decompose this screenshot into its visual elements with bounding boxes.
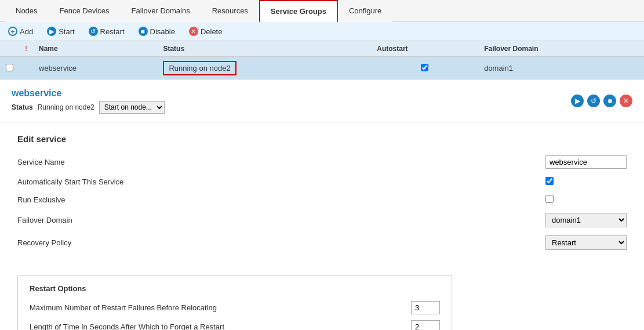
row-status: Running on node2 <box>157 57 371 80</box>
nav-tabs: Nodes Fence Devices Failover Domains Res… <box>0 0 644 22</box>
row-failover-domain: domain1 <box>478 57 644 80</box>
autostart-row: Automatically Start This Service <box>17 177 627 187</box>
status-value: Running on node2 <box>38 103 94 111</box>
service-title: webservice <box>12 88 165 99</box>
restart-icon: ↺ <box>89 27 98 36</box>
run-exclusive-checkbox[interactable] <box>545 195 554 203</box>
node-action-select[interactable]: Start on node... Start on node1 Start on… <box>99 101 165 114</box>
run-exclusive-control <box>545 195 627 205</box>
col-autostart: Autostart <box>371 41 478 57</box>
row-checkbox-cell[interactable] <box>0 57 19 80</box>
service-status-row: Status Running on node2 Start on node...… <box>12 101 165 114</box>
add-label: Add <box>20 27 33 36</box>
col-checkbox <box>0 41 19 57</box>
restart-options-title: Restart Options <box>30 284 440 293</box>
col-name: Name <box>33 41 157 57</box>
run-exclusive-row: Run Exclusive <box>17 195 627 205</box>
run-exclusive-label: Run Exclusive <box>17 195 168 204</box>
service-left: webservice Status Running on node2 Start… <box>12 88 165 114</box>
start-icon: ▶ <box>47 27 56 36</box>
forget-time-input[interactable] <box>411 320 440 330</box>
start-button[interactable]: ▶ Start <box>45 26 77 37</box>
detail-start-button[interactable]: ▶ <box>571 95 584 107</box>
add-icon: + <box>8 27 17 36</box>
add-button[interactable]: + Add <box>6 26 35 37</box>
status-label: Status <box>12 103 33 111</box>
detail-close-button[interactable]: ✕ <box>620 95 632 107</box>
restart-label: Restart <box>100 27 125 36</box>
col-status: Status <box>157 41 371 57</box>
disable-button[interactable]: ■ Disable <box>136 26 177 37</box>
disable-label: Disable <box>150 27 175 36</box>
service-name-input[interactable] <box>545 155 627 169</box>
tab-service-groups[interactable]: Service Groups <box>259 0 338 22</box>
start-label: Start <box>59 27 74 36</box>
action-icons: ▶ ↺ ■ ✕ <box>571 95 632 107</box>
detail-stop-button[interactable]: ■ <box>603 95 616 107</box>
max-failures-input[interactable] <box>411 301 440 314</box>
col-exclamation: ! <box>19 41 33 57</box>
detail-restart-button[interactable]: ↺ <box>587 95 600 107</box>
row-name: webservice <box>33 57 157 80</box>
tab-fence-devices[interactable]: Fence Devices <box>49 0 121 22</box>
max-failures-row: Maximum Number of Restart Failures Befor… <box>30 301 440 314</box>
disable-icon: ■ <box>139 27 148 36</box>
forget-time-label: Length of Time in Seconds After Which to… <box>30 322 411 330</box>
tab-failover-domains[interactable]: Failover Domains <box>121 0 201 22</box>
recovery-policy-control: Restart Relocate Disable <box>545 235 627 250</box>
edit-section-title: Edit service <box>17 134 627 144</box>
row-exclamation <box>19 57 33 80</box>
recovery-policy-select[interactable]: Restart Relocate Disable <box>545 235 627 250</box>
service-name-label: Service Name <box>17 158 168 166</box>
delete-button[interactable]: ✕ Delete <box>187 26 225 37</box>
delete-label: Delete <box>201 27 223 36</box>
detail-section: webservice Status Running on node2 Start… <box>0 80 644 122</box>
autostart-label: Automatically Start This Service <box>17 177 168 186</box>
tab-configure[interactable]: Configure <box>338 0 392 22</box>
row-checkbox[interactable] <box>6 64 13 71</box>
service-groups-table: ! Name Status Autostart Failover Domain … <box>0 41 644 80</box>
recovery-policy-row: Recovery Policy Restart Relocate Disable <box>17 235 627 250</box>
service-name-control <box>545 155 627 169</box>
delete-icon: ✕ <box>189 27 198 36</box>
autostart-checkbox[interactable] <box>421 64 428 71</box>
row-autostart <box>371 57 478 80</box>
status-badge: Running on node2 <box>163 61 236 75</box>
service-name-row: Service Name <box>17 155 627 169</box>
failover-domain-control: domain1 domain2 None <box>545 213 627 227</box>
restart-options-section: Restart Options Maximum Number of Restar… <box>17 275 452 330</box>
toolbar: + Add ▶ Start ↺ Restart ■ Disable ✕ Dele… <box>0 22 644 41</box>
failover-domain-row: Failover Domain domain1 domain2 None <box>17 213 627 227</box>
autostart-control <box>545 177 627 187</box>
restart-button[interactable]: ↺ Restart <box>86 26 127 37</box>
table-row[interactable]: webservice Running on node2 domain1 <box>0 57 644 80</box>
service-header: webservice Status Running on node2 Start… <box>12 88 632 114</box>
tab-resources[interactable]: Resources <box>201 0 259 22</box>
recovery-policy-label: Recovery Policy <box>17 238 168 247</box>
forget-time-row: Length of Time in Seconds After Which to… <box>30 320 440 330</box>
max-failures-label: Maximum Number of Restart Failures Befor… <box>30 303 411 312</box>
failover-domain-label: Failover Domain <box>17 216 168 224</box>
col-failover-domain: Failover Domain <box>478 41 644 57</box>
tab-nodes[interactable]: Nodes <box>5 0 49 22</box>
autostart-field-checkbox[interactable] <box>545 177 554 185</box>
failover-domain-select[interactable]: domain1 domain2 None <box>545 213 627 227</box>
edit-section: Edit service Service Name Automatically … <box>0 122 644 270</box>
